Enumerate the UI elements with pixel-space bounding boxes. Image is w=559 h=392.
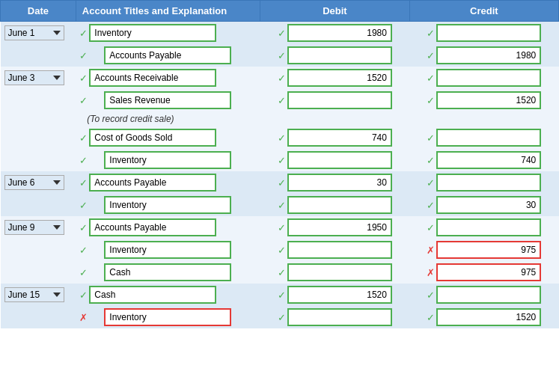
account-cell: ✓	[76, 149, 260, 171]
debit-cell: ✓	[260, 171, 409, 194]
debit-cell: ✓	[260, 89, 409, 111]
account-input[interactable]	[104, 46, 231, 64]
credit-cell: ✓	[409, 67, 558, 89]
credit-input[interactable]	[436, 218, 541, 236]
date-cell	[1, 89, 76, 111]
debit-input[interactable]	[287, 151, 392, 169]
check-icon: ✓	[278, 95, 286, 106]
debit-input[interactable]	[287, 129, 392, 147]
debit-cell: ✓	[260, 67, 409, 89]
credit-input[interactable]	[436, 308, 541, 326]
date-cell	[1, 149, 76, 171]
credit-input[interactable]	[436, 241, 541, 259]
credit-input[interactable]	[436, 286, 541, 304]
credit-input[interactable]	[436, 46, 541, 64]
date-cell: June 15	[1, 284, 76, 306]
account-cell: ✓	[76, 22, 260, 45]
account-input[interactable]	[89, 129, 216, 147]
credit-input[interactable]	[436, 69, 541, 87]
check-icon: ✓	[278, 245, 286, 256]
date-cell: June 1	[1, 22, 76, 45]
check-icon: ✓	[427, 200, 435, 211]
debit-input[interactable]	[287, 308, 392, 326]
check-icon: ✓	[278, 50, 286, 61]
date-select[interactable]: June 3	[4, 70, 64, 85]
credit-cell: ✗	[409, 239, 558, 261]
credit-input[interactable]	[436, 91, 541, 109]
debit-input[interactable]	[287, 196, 392, 214]
account-input[interactable]	[104, 241, 231, 259]
account-cell: ✓	[76, 126, 260, 149]
account-cell: ✓	[76, 194, 260, 216]
check-icon: ✓	[427, 155, 435, 166]
debit-cell: ✓	[260, 44, 409, 67]
debit-input[interactable]	[287, 91, 392, 109]
debit-input[interactable]	[287, 286, 392, 304]
debit-cell: ✓	[260, 194, 409, 216]
credit-cell: ✓	[409, 126, 558, 149]
account-cell: ✓	[76, 67, 260, 89]
table-row: ✓✓✓	[1, 194, 559, 216]
debit-input[interactable]	[287, 241, 392, 259]
account-input[interactable]	[89, 69, 216, 87]
table-row: June 15✓✓✓	[1, 284, 559, 306]
debit-cell: ✓	[260, 149, 409, 171]
credit-cell: ✓	[409, 89, 558, 111]
check-icon: ✓	[427, 132, 435, 144]
date-select[interactable]: June 1	[4, 25, 64, 40]
credit-input[interactable]	[436, 263, 541, 281]
account-input[interactable]	[89, 24, 216, 42]
credit-input[interactable]	[436, 196, 541, 214]
credit-input[interactable]	[436, 129, 541, 147]
account-input[interactable]	[89, 286, 216, 304]
account-input[interactable]	[104, 196, 231, 214]
table-row: (To record credit sale)	[1, 111, 559, 126]
debit-input[interactable]	[287, 263, 392, 281]
debit-cell: ✓	[260, 22, 409, 45]
check-icon: ✓	[278, 132, 286, 144]
col-debit: Debit	[260, 1, 409, 22]
check-icon: ✓	[427, 312, 435, 323]
account-input[interactable]	[89, 218, 216, 236]
check-icon: ✓	[427, 222, 435, 233]
debit-input[interactable]	[287, 69, 392, 87]
debit-input[interactable]	[287, 174, 392, 192]
debit-input[interactable]	[287, 46, 392, 64]
date-select[interactable]: June 15	[4, 287, 64, 302]
account-input[interactable]	[104, 263, 231, 281]
check-icon: ✓	[79, 155, 88, 166]
check-icon: ✓	[79, 50, 88, 61]
credit-input[interactable]	[436, 24, 541, 42]
credit-cell: ✓	[409, 149, 558, 171]
account-input[interactable]	[104, 308, 231, 326]
date-select[interactable]: June 9	[4, 220, 64, 235]
journal-table: Date Account Titles and Explanation Debi…	[0, 0, 559, 328]
table-row: ✓✓✗	[1, 261, 559, 284]
credit-cell: ✓	[409, 171, 558, 194]
error-icon: ✗	[427, 245, 435, 256]
table-row: ✓✓✓	[1, 126, 559, 149]
table-row: June 6✓✓✓	[1, 171, 559, 194]
debit-cell: ✓	[260, 261, 409, 284]
account-cell: ✓	[76, 89, 260, 111]
date-cell: June 3	[1, 67, 76, 89]
error-icon: ✗	[427, 267, 435, 278]
check-icon: ✓	[427, 177, 435, 189]
credit-input[interactable]	[436, 151, 541, 169]
table-row: ✓✓✓	[1, 149, 559, 171]
account-input[interactable]	[104, 91, 231, 109]
account-input[interactable]	[104, 151, 231, 169]
debit-input[interactable]	[287, 218, 392, 236]
check-icon: ✓	[427, 290, 435, 301]
credit-cell: ✓	[409, 216, 558, 239]
check-icon: ✓	[278, 200, 286, 211]
col-credit: Credit	[409, 1, 558, 22]
debit-cell: ✓	[260, 306, 409, 328]
debit-input[interactable]	[287, 24, 392, 42]
date-cell	[1, 239, 76, 261]
credit-input[interactable]	[436, 174, 541, 192]
account-input[interactable]	[89, 174, 216, 192]
credit-cell: ✓	[409, 284, 558, 306]
date-select[interactable]: June 6	[4, 175, 64, 190]
check-icon: ✓	[278, 222, 286, 233]
